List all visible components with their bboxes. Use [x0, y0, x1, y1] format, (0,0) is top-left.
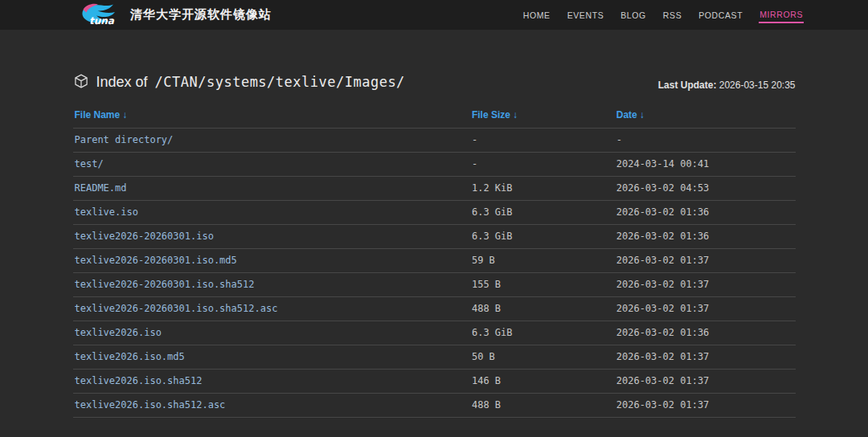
file-name-cell: texlive2026.iso	[73, 321, 470, 345]
sort-desc-icon: ↓	[640, 109, 645, 120]
page-title: Index of /CTAN/systems/texlive/Images/	[73, 71, 405, 92]
last-update-value: 2026-03-15 20:35	[719, 80, 796, 91]
directory-index-page: Index of /CTAN/systems/texlive/Images/ L…	[73, 30, 796, 418]
col-header-date[interactable]: Date↓	[615, 103, 796, 129]
file-name-cell: texlive2026.iso.sha512	[73, 370, 470, 394]
file-link[interactable]: texlive.iso	[75, 206, 138, 218]
nav-item-rss[interactable]: RSS	[662, 7, 682, 22]
file-name-cell: texlive2026-20260301.iso.md5	[73, 249, 470, 273]
table-row: texlive2026.iso.md5 50 B 2026-03-02 01:3…	[73, 345, 796, 370]
file-date-cell: 2026-03-02 01:37	[615, 345, 796, 370]
col-header-file-name-label: File Name	[75, 109, 121, 120]
file-size-cell: 488 B	[470, 297, 615, 321]
table-row: texlive2026-20260301.iso.sha512 155 B 20…	[73, 273, 796, 297]
file-size-cell: 6.3 GiB	[470, 321, 615, 345]
file-table: File Name↓ File Size↓ Date↓ Parent direc…	[73, 103, 796, 418]
table-row: texlive2026.iso 6.3 GiB 2026-03-02 01:36	[73, 321, 796, 345]
file-name-cell: Parent directory/	[73, 129, 470, 153]
col-header-date-label: Date	[616, 109, 637, 120]
file-date-cell: 2026-03-02 01:37	[615, 370, 796, 394]
file-link[interactable]: texlive2026.iso	[75, 327, 162, 338]
file-date-cell: 2026-03-02 01:37	[615, 273, 796, 297]
tuna-logo-icon: tuna	[79, 2, 124, 28]
file-link[interactable]: texlive2026-20260301.iso.sha512	[75, 279, 255, 290]
file-link[interactable]: texlive2026.iso.md5	[75, 351, 185, 362]
index-path: /CTAN/systems/texlive/Images/	[155, 74, 405, 90]
sort-desc-icon: ↓	[122, 109, 127, 120]
file-name-cell: texlive2026.iso.md5	[73, 345, 470, 370]
table-row: texlive2026-20260301.iso.md5 59 B 2026-0…	[73, 249, 796, 273]
table-row: Parent directory/ - -	[73, 129, 796, 153]
file-name-cell: README.md	[73, 177, 470, 201]
file-link[interactable]: texlive2026.iso.sha512	[75, 375, 203, 386]
table-row: test/ - 2024-03-14 00:41	[73, 153, 796, 177]
file-link[interactable]: texlive2026-20260301.iso.sha512.asc	[75, 303, 278, 314]
file-date-cell: 2026-03-02 01:36	[615, 201, 796, 225]
file-size-cell: 1.2 KiB	[470, 177, 615, 201]
nav-item-podcast[interactable]: PODCAST	[698, 7, 743, 22]
file-date-cell: 2026-03-02 01:37	[615, 249, 796, 273]
file-link[interactable]: texlive2026-20260301.iso.md5	[75, 255, 237, 266]
file-link[interactable]: texlive2026.iso.sha512.asc	[75, 399, 226, 410]
file-size-cell: 488 B	[470, 394, 615, 418]
site-logo-link[interactable]: tuna 清华大学开源软件镜像站	[79, 2, 272, 28]
file-link[interactable]: test/	[75, 158, 104, 169]
file-name-cell: texlive2026-20260301.iso.sha512	[73, 273, 470, 297]
sort-desc-icon: ↓	[513, 109, 518, 120]
col-header-file-name[interactable]: File Name↓	[73, 103, 470, 129]
file-name-cell: test/	[73, 153, 470, 177]
title-row: Index of /CTAN/systems/texlive/Images/ L…	[73, 71, 796, 92]
file-date-cell: 2024-03-14 00:41	[615, 153, 796, 177]
file-size-cell: 6.3 GiB	[470, 225, 615, 249]
nav-item-events[interactable]: EVENTS	[567, 7, 605, 22]
topbar: tuna 清华大学开源软件镜像站 HOME EVENTS BLOG RSS PO…	[0, 0, 868, 30]
file-date-cell: 2026-03-02 01:37	[615, 297, 796, 321]
file-date-cell: 2026-03-02 04:53	[615, 177, 796, 201]
file-name-cell: texlive2026.iso.sha512.asc	[73, 394, 470, 418]
file-date-cell: -	[615, 129, 796, 153]
nav-item-blog[interactable]: BLOG	[620, 7, 647, 22]
index-of-label: Index of	[96, 74, 148, 91]
file-size-cell: 59 B	[470, 249, 615, 273]
table-row: README.md 1.2 KiB 2026-03-02 04:53	[73, 177, 796, 201]
file-name-cell: texlive2026-20260301.iso	[73, 225, 470, 249]
file-link[interactable]: README.md	[75, 182, 127, 194]
site-title: 清华大学开源软件镜像站	[130, 7, 272, 22]
file-name-cell: texlive.iso	[73, 201, 470, 225]
table-header-row: File Name↓ File Size↓ Date↓	[73, 103, 796, 129]
nav-item-home[interactable]: HOME	[522, 7, 551, 22]
file-link[interactable]: Parent directory/	[75, 134, 174, 145]
nav-item-mirrors[interactable]: MIRRORS	[759, 6, 804, 23]
file-name-cell: texlive2026-20260301.iso.sha512.asc	[73, 297, 470, 321]
file-link[interactable]: texlive2026-20260301.iso	[75, 231, 214, 242]
table-row: texlive2026-20260301.iso 6.3 GiB 2026-03…	[73, 225, 796, 249]
last-update: Last Update: 2026-03-15 20:35	[658, 80, 796, 92]
file-date-cell: 2026-03-02 01:36	[615, 321, 796, 345]
file-size-cell: -	[470, 153, 615, 177]
table-row: texlive2026.iso.sha512.asc 488 B 2026-03…	[73, 394, 796, 418]
col-header-file-size[interactable]: File Size↓	[470, 103, 615, 129]
table-row: texlive2026.iso.sha512 146 B 2026-03-02 …	[73, 370, 796, 394]
file-date-cell: 2026-03-02 01:37	[615, 394, 796, 418]
file-size-cell: 146 B	[470, 370, 615, 394]
package-icon	[73, 73, 89, 92]
svg-text:tuna: tuna	[89, 15, 115, 27]
file-table-body: Parent directory/ - - test/ - 2024-03-14…	[73, 129, 796, 418]
file-date-cell: 2026-03-02 01:36	[615, 225, 796, 249]
col-header-file-size-label: File Size	[472, 109, 510, 120]
top-nav: HOME EVENTS BLOG RSS PODCAST MIRRORS	[522, 6, 804, 23]
file-size-cell: 155 B	[470, 273, 615, 297]
file-size-cell: 6.3 GiB	[470, 201, 615, 225]
last-update-label: Last Update:	[658, 80, 717, 91]
file-size-cell: 50 B	[470, 345, 615, 370]
file-size-cell: -	[470, 129, 615, 153]
table-row: texlive.iso 6.3 GiB 2026-03-02 01:36	[73, 201, 796, 225]
table-row: texlive2026-20260301.iso.sha512.asc 488 …	[73, 297, 796, 321]
